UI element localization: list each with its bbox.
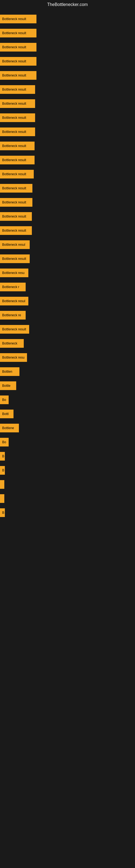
bar-row: Bottleneck [0, 336, 135, 350]
bottleneck-bar: Bottleneck result [0, 184, 32, 193]
bar-row: Bo [0, 393, 135, 407]
bar-row: Bottle [0, 379, 135, 393]
bar-row: Bottleneck result [0, 322, 135, 336]
bar-label: Bottleneck resul [2, 299, 25, 303]
bottleneck-bar: Bottleneck result [0, 113, 35, 122]
bottleneck-bar [0, 480, 4, 489]
bar-label: Bottleneck result [2, 229, 26, 232]
bottleneck-bar: Bottleneck result [0, 127, 35, 136]
bar-label: Bottleneck result [2, 45, 26, 49]
bottleneck-bar: Bottleneck result [0, 14, 37, 23]
bar-row: Bottleneck resu [0, 350, 135, 365]
bottleneck-bar: Bottlene [0, 424, 19, 432]
bar-row: Bottl [0, 407, 135, 421]
bars-container: Bottleneck resultBottleneck resultBottle… [0, 9, 135, 522]
bar-row: Bottleneck result [0, 40, 135, 54]
bar-label: Bottle [2, 384, 10, 388]
bar-row: Bottleneck result [0, 97, 135, 111]
bar-row: Bottleneck resul [0, 294, 135, 308]
bar-row: Bottleneck result [0, 252, 135, 266]
bar-row: Bottleneck result [0, 83, 135, 97]
bar-label: Bottleneck resu [2, 355, 25, 360]
bottleneck-bar [0, 494, 4, 503]
bar-row: Bottleneck result [0, 26, 135, 40]
bar-label: Bo [2, 440, 6, 444]
bar-row: Bottleneck resul [0, 238, 135, 252]
bar-row: B [0, 506, 135, 520]
bar-row: Bottlen [0, 365, 135, 379]
bar-row: Bottleneck re [0, 308, 135, 322]
bar-label: Bottleneck resu [2, 271, 25, 275]
bottleneck-bar: Bottleneck result [0, 170, 34, 179]
bar-label: Bottleneck r [2, 285, 19, 289]
bar-label: Bottleneck result [2, 59, 26, 63]
bottleneck-bar: Bottleneck result [0, 29, 37, 37]
bar-label: Bottleneck [2, 341, 17, 345]
bottleneck-bar: Bottleneck resu [0, 353, 27, 362]
bar-row: Bottleneck result [0, 167, 135, 181]
bottleneck-bar: Bottleneck [0, 339, 24, 348]
bar-row: Bottleneck result [0, 223, 135, 238]
bar-label: Bottleneck result [2, 257, 26, 261]
bottleneck-bar: Bottleneck result [0, 142, 35, 150]
bottleneck-bar: Bottleneck result [0, 71, 37, 80]
bottleneck-bar: Bottleneck resu [0, 269, 28, 277]
bottleneck-bar: Bottleneck result [0, 99, 35, 108]
bar-row: Bottleneck result [0, 68, 135, 83]
bar-row: Bottleneck resu [0, 266, 135, 280]
bar-row [0, 477, 135, 492]
bar-row: Bottleneck result [0, 181, 135, 195]
bar-row: Bottleneck result [0, 139, 135, 153]
bar-row: Bottleneck result [0, 111, 135, 125]
bar-label: Bottleneck result [2, 88, 26, 91]
bar-row: Bottlene [0, 421, 135, 435]
bar-label: Bottleneck result [2, 172, 26, 176]
bar-label: Bottleneck result [2, 144, 26, 148]
bottleneck-bar: Bottlen [0, 367, 19, 376]
bar-row: Bottleneck result [0, 209, 135, 223]
bottleneck-bar: B [0, 466, 5, 475]
bottleneck-bar: Bottleneck result [0, 85, 35, 94]
bar-row: Bottleneck result [0, 12, 135, 26]
bottleneck-bar: Bottleneck r [0, 283, 26, 291]
bar-label: Bottleneck result [2, 17, 26, 21]
bottleneck-bar: Bottleneck result [0, 212, 32, 221]
bar-label: Bottl [2, 412, 9, 416]
bar-label: B [2, 454, 4, 458]
bottleneck-bar: Bottleneck result [0, 156, 35, 164]
bar-row [0, 492, 135, 506]
site-title: TheBottlenecker.com [0, 0, 135, 9]
bar-row: B [0, 449, 135, 463]
bar-label: Bottleneck result [2, 31, 26, 35]
bar-row: Bottleneck result [0, 125, 135, 139]
bar-label: Bottleneck result [2, 215, 26, 218]
bottleneck-bar: Bottleneck re [0, 311, 26, 319]
bar-row: Bottleneck result [0, 195, 135, 209]
bar-row: Bottleneck result [0, 153, 135, 167]
bottleneck-bar: Bottleneck result [0, 254, 30, 263]
bar-row: B [0, 463, 135, 477]
bar-label: Bottleneck result [2, 73, 26, 77]
bottleneck-bar: Bo [0, 438, 9, 446]
bar-row: Bottleneck r [0, 280, 135, 294]
bottleneck-bar: B [0, 508, 5, 517]
bar-row: Bottleneck result [0, 54, 135, 68]
bottleneck-bar: Bottleneck result [0, 57, 37, 66]
bar-label: Bo [2, 398, 6, 402]
bottleneck-bar: Bottleneck resul [0, 297, 28, 305]
bar-label: B [2, 511, 4, 515]
bottleneck-bar: Bottle [0, 381, 16, 390]
bar-label: Bottleneck resul [2, 243, 25, 247]
bar-label: Bottleneck result [2, 186, 26, 190]
bar-label: Bottlen [2, 370, 12, 373]
bar-label: Bottleneck result [2, 328, 26, 331]
bar-row: Bo [0, 435, 135, 449]
bar-label: Bottleneck re [2, 313, 21, 317]
bottleneck-bar: Bottl [0, 410, 13, 418]
bottleneck-bar: B [0, 452, 5, 461]
bar-label: Bottleneck result [2, 116, 26, 120]
bottleneck-bar: Bottleneck resul [0, 240, 30, 249]
bar-label: Bottleneck result [2, 130, 26, 134]
bar-label: Bottlene [2, 426, 14, 430]
bottleneck-bar: Bo [0, 396, 9, 404]
